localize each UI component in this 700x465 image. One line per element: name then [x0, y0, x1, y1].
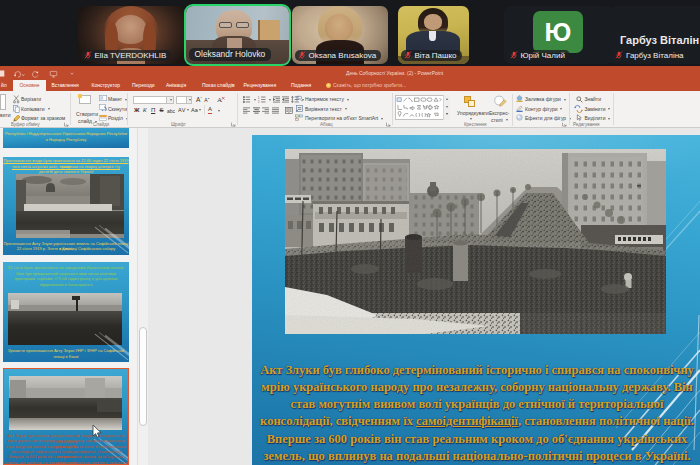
svg-text:2: 2: [258, 99, 260, 102]
